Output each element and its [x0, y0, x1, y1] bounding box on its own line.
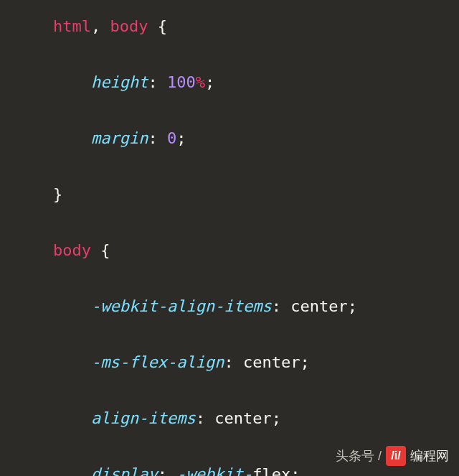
colon-token: :	[224, 353, 243, 371]
colon-token: :	[148, 129, 167, 147]
brace-token: {	[148, 17, 167, 35]
watermark-brand: 编程网	[410, 447, 449, 465]
watermark-logo: /i/	[386, 446, 406, 466]
semicolon-token: ;	[290, 465, 300, 476]
colon-token: :	[148, 73, 167, 91]
unit-token: %	[196, 73, 205, 91]
comma-token: ,	[91, 17, 110, 35]
watermark-logo-text: /i/	[391, 449, 400, 462]
property-token: -webkit-align-items	[91, 297, 272, 315]
semicolon-token: ;	[205, 73, 214, 91]
value-token: center	[243, 353, 300, 371]
value-token: center	[214, 409, 271, 427]
value-prefix-token: -webkit-	[176, 465, 252, 476]
watermark: 头条号 / /i/ 编程网	[336, 446, 449, 466]
selector-token: body	[110, 17, 148, 35]
selector-token: body	[53, 241, 91, 259]
colon-token: :	[196, 409, 215, 427]
code-line: }	[29, 178, 459, 210]
property-token: -ms-flex-align	[91, 353, 224, 371]
brace-token: }	[53, 185, 62, 203]
selector-token: html	[53, 17, 91, 35]
code-line: body {	[29, 234, 459, 266]
property-token: align-items	[91, 409, 196, 427]
property-token: display	[91, 465, 158, 476]
css-code-block: html, body { height: 100%; margin: 0; } …	[0, 0, 459, 476]
code-line: -ms-flex-align: center;	[29, 346, 459, 378]
number-token: 100	[167, 73, 196, 91]
property-token: height	[91, 73, 148, 91]
code-line: -webkit-align-items: center;	[29, 290, 459, 322]
watermark-prefix: 头条号 /	[336, 447, 382, 465]
semicolon-token: ;	[272, 409, 281, 427]
property-token: margin	[91, 129, 148, 147]
number-token: 0	[167, 129, 176, 147]
code-line: html, body {	[0, 10, 459, 42]
value-token: flex	[252, 465, 290, 476]
code-line: height: 100%;	[29, 66, 459, 98]
semicolon-token: ;	[300, 353, 309, 371]
colon-token: :	[158, 465, 177, 476]
brace-token: {	[91, 241, 110, 259]
semicolon-token: ;	[348, 297, 357, 315]
code-line: align-items: center;	[29, 402, 459, 434]
semicolon-token: ;	[176, 129, 186, 147]
code-line: margin: 0;	[29, 122, 459, 154]
value-token: center	[290, 297, 347, 315]
colon-token: :	[272, 297, 291, 315]
